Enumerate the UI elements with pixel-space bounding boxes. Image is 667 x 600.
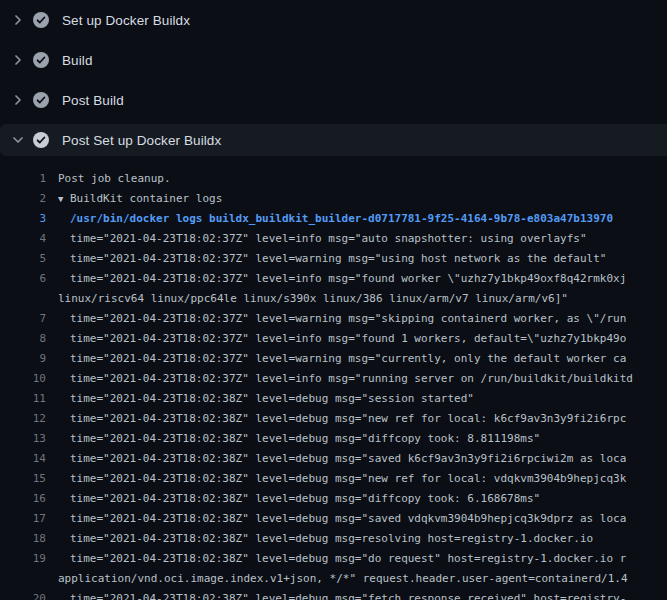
chevron-down-icon	[10, 132, 26, 148]
log-line: 17time="2021-04-23T18:02:38Z" level=debu…	[0, 509, 667, 529]
log-line-text: time="2021-04-23T18:02:37Z" level=info m…	[46, 229, 587, 249]
log-line: 9time="2021-04-23T18:02:37Z" level=warni…	[0, 349, 667, 369]
step-header[interactable]: Post Set up Docker Buildx	[0, 124, 667, 156]
log-line: 5time="2021-04-23T18:02:37Z" level=warni…	[0, 249, 667, 269]
log-line-number[interactable]: 14	[0, 449, 46, 469]
step-success-check-icon	[33, 52, 49, 68]
log-line: 2▼BuildKit container logs	[0, 189, 667, 209]
log-line-number[interactable]: 6	[0, 269, 46, 289]
log-line-number[interactable]: 5	[0, 249, 46, 269]
step-label: Build	[62, 53, 93, 68]
log-line-text: time="2021-04-23T18:02:38Z" level=debug …	[46, 529, 593, 549]
log-line-number[interactable]: 17	[0, 509, 46, 529]
log-line-number[interactable]: 18	[0, 529, 46, 549]
log-line-text: /usr/bin/docker logs buildx_buildkit_bui…	[46, 209, 613, 229]
log-rows: 1Post job cleanup.2▼BuildKit container l…	[0, 169, 667, 600]
log-output: 1Post job cleanup.2▼BuildKit container l…	[0, 160, 667, 600]
log-line-number[interactable]: 4	[0, 229, 46, 249]
log-line-text: time="2021-04-23T18:02:38Z" level=debug …	[46, 509, 626, 529]
log-line: 14time="2021-04-23T18:02:38Z" level=debu…	[0, 449, 667, 469]
log-line-text: time="2021-04-23T18:02:37Z" level=info m…	[46, 329, 626, 349]
log-line: 19time="2021-04-23T18:02:38Z" level=debu…	[0, 549, 667, 569]
log-line-text: time="2021-04-23T18:02:38Z" level=debug …	[46, 489, 540, 509]
step-header[interactable]: Build	[0, 44, 667, 76]
step-post-build: Post Build	[0, 80, 667, 120]
step-header[interactable]: Set up Docker Buildx	[0, 4, 667, 36]
log-line-number[interactable]: 1	[0, 169, 46, 189]
log-line: 10time="2021-04-23T18:02:37Z" level=info…	[0, 369, 667, 389]
steps-list: Set up Docker Buildx Build Post Build	[0, 0, 667, 160]
chevron-right-icon	[10, 12, 26, 28]
collapse-group-triangle-icon[interactable]: ▼	[58, 189, 70, 209]
chevron-right-icon	[10, 52, 26, 68]
log-line: 6time="2021-04-23T18:02:37Z" level=info …	[0, 269, 667, 289]
log-line-text: time="2021-04-23T18:02:37Z" level=warnin…	[46, 309, 626, 329]
log-line-text: time="2021-04-23T18:02:37Z" level=warnin…	[46, 249, 606, 269]
step-build: Build	[0, 40, 667, 80]
log-line: 4time="2021-04-23T18:02:37Z" level=info …	[0, 229, 667, 249]
step-post-setup-docker-buildx: Post Set up Docker Buildx	[0, 120, 667, 160]
log-line-text: time="2021-04-23T18:02:37Z" level=info m…	[46, 269, 626, 289]
log-line-number[interactable]: 7	[0, 309, 46, 329]
log-line-number[interactable]: 9	[0, 349, 46, 369]
log-line: 8time="2021-04-23T18:02:37Z" level=info …	[0, 329, 667, 349]
log-line-text: Post job cleanup.	[46, 169, 171, 189]
log-line-number[interactable]: 13	[0, 429, 46, 449]
log-line-text: time="2021-04-23T18:02:37Z" level=warnin…	[46, 349, 626, 369]
step-label: Post Set up Docker Buildx	[62, 133, 221, 148]
log-line-text: time="2021-04-23T18:02:38Z" level=debug …	[46, 469, 626, 489]
log-line-text: time="2021-04-23T18:02:38Z" level=debug …	[46, 549, 626, 569]
log-line-number[interactable]: 8	[0, 329, 46, 349]
log-line-text: time="2021-04-23T18:02:38Z" level=debug …	[46, 429, 540, 449]
log-line-text: linux/riscv64 linux/ppc64le linux/s390x …	[46, 289, 568, 309]
log-line: 20time="2021-04-23T18:02:38Z" level=debu…	[0, 589, 667, 600]
log-line-number[interactable]	[0, 569, 46, 589]
log-line-number[interactable]: 15	[0, 469, 46, 489]
step-label: Set up Docker Buildx	[62, 13, 190, 28]
log-line-number[interactable]: 19	[0, 549, 46, 569]
log-line: 11time="2021-04-23T18:02:38Z" level=debu…	[0, 389, 667, 409]
log-line-text: time="2021-04-23T18:02:38Z" level=debug …	[46, 409, 626, 429]
log-line: 12time="2021-04-23T18:02:38Z" level=debu…	[0, 409, 667, 429]
log-line-number[interactable]: 11	[0, 389, 46, 409]
log-line-number[interactable]	[0, 289, 46, 309]
log-line-number[interactable]: 2	[0, 189, 46, 209]
log-line-number[interactable]: 3	[0, 209, 46, 229]
log-line: 13time="2021-04-23T18:02:38Z" level=debu…	[0, 429, 667, 449]
log-line-text: time="2021-04-23T18:02:38Z" level=debug …	[46, 589, 626, 600]
log-line-number[interactable]: 20	[0, 589, 46, 600]
log-line: 16time="2021-04-23T18:02:38Z" level=debu…	[0, 489, 667, 509]
log-line: 3/usr/bin/docker logs buildx_buildkit_bu…	[0, 209, 667, 229]
step-header[interactable]: Post Build	[0, 84, 667, 116]
step-setup-docker-buildx: Set up Docker Buildx	[0, 0, 667, 40]
log-line-text: ▼BuildKit container logs	[46, 189, 222, 209]
log-line-number[interactable]: 12	[0, 409, 46, 429]
log-line: linux/riscv64 linux/ppc64le linux/s390x …	[0, 289, 667, 309]
log-line: 15time="2021-04-23T18:02:38Z" level=debu…	[0, 469, 667, 489]
log-line-text: time="2021-04-23T18:02:37Z" level=info m…	[46, 369, 633, 389]
log-line-text: time="2021-04-23T18:02:38Z" level=debug …	[46, 389, 474, 409]
log-line-text: application/vnd.oci.image.index.v1+json,…	[46, 569, 628, 589]
log-line: application/vnd.oci.image.index.v1+json,…	[0, 569, 667, 589]
log-line: 1Post job cleanup.	[0, 169, 667, 189]
step-success-check-icon	[33, 132, 49, 148]
step-label: Post Build	[62, 93, 124, 108]
log-line-text: time="2021-04-23T18:02:38Z" level=debug …	[46, 449, 626, 469]
log-line-number[interactable]: 10	[0, 369, 46, 389]
step-success-check-icon	[33, 92, 49, 108]
chevron-right-icon	[10, 92, 26, 108]
log-line-number[interactable]: 16	[0, 489, 46, 509]
log-line: 18time="2021-04-23T18:02:38Z" level=debu…	[0, 529, 667, 549]
step-success-check-icon	[33, 12, 49, 28]
log-line: 7time="2021-04-23T18:02:37Z" level=warni…	[0, 309, 667, 329]
